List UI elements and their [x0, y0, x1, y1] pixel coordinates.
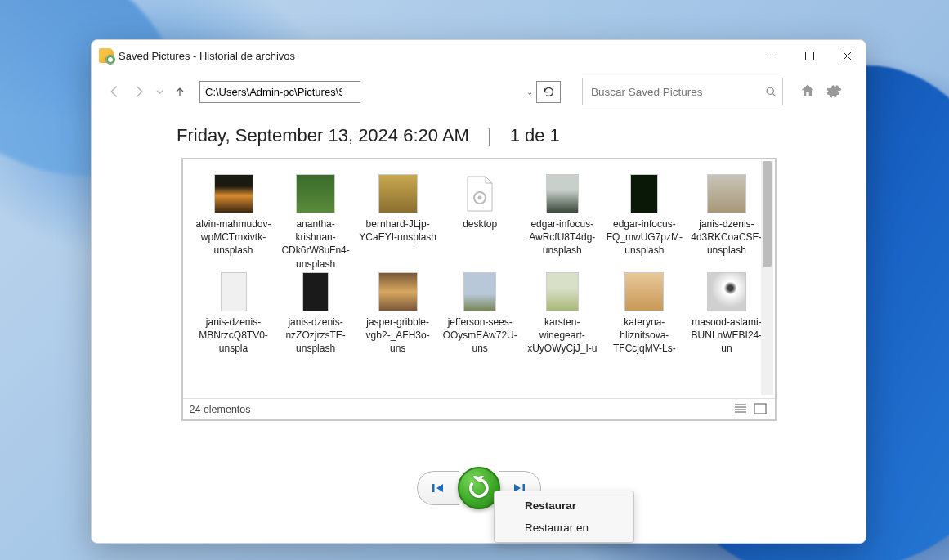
item-count: 24 elementos [190, 404, 251, 415]
file-thumbnail [707, 272, 746, 311]
file-item[interactable]: alvin-mahmudov-wpMCTmxivtk-unsplash [195, 174, 273, 271]
scrollbar-thumb[interactable] [763, 161, 772, 267]
close-button[interactable] [828, 43, 866, 69]
search-icon[interactable] [765, 86, 777, 98]
vertical-scrollbar[interactable] [761, 161, 773, 395]
app-icon [99, 48, 114, 63]
snapshot-datetime: Friday, September 13, 2024 6:20 AM [177, 125, 469, 146]
thumbnails-view-button[interactable] [754, 403, 768, 416]
file-name: jefferson-sees-OOysmEAw72U-uns [441, 316, 519, 356]
content-frame: alvin-mahmudov-wpMCTmxivtk-unsplashanant… [181, 158, 777, 421]
file-name: edgar-infocus-AwRcfU8T4dg-unsplash [523, 217, 602, 258]
home-icon[interactable] [799, 83, 817, 101]
file-grid: alvin-mahmudov-wpMCTmxivtk-unsplashanant… [183, 159, 775, 398]
address-bar[interactable] [199, 81, 360, 103]
file-name: edgar-infocus-FQ_mwUG7pzM-unsplash [605, 217, 683, 258]
minimize-button[interactable] [753, 43, 790, 69]
svg-rect-13 [432, 484, 435, 492]
file-name: bernhard-JLjp-YCaEYI-unsplash [359, 217, 437, 244]
file-name: janis-dzenis-4d3RKCoaCSE-unsplash [687, 217, 766, 258]
svg-rect-1 [805, 52, 813, 60]
file-item[interactable]: janis-dzenis-MBNrzcQ8TV0-unspla [195, 272, 273, 356]
file-thumbnail [546, 174, 579, 213]
details-view-button[interactable] [734, 403, 749, 416]
file-thumbnail [296, 174, 335, 213]
svg-point-7 [478, 196, 482, 200]
ctx-restore-to[interactable]: Restaurar en [495, 517, 633, 539]
file-item[interactable]: bernhard-JLjp-YCaEYI-unsplash [359, 174, 437, 271]
window-controls [753, 43, 866, 69]
file-item[interactable]: edgar-infocus-AwRcfU8T4dg-unsplash [523, 174, 602, 271]
address-bar-wrap: ⌄ [199, 81, 536, 103]
file-name: kateryna-hliznitsova-TFCcjqMV-Ls- [605, 316, 683, 356]
file-item[interactable]: kateryna-hliznitsova-TFCcjqMV-Ls- [605, 272, 683, 356]
navigation-footer [92, 421, 866, 543]
up-button[interactable] [170, 82, 190, 101]
file-thumbnail [221, 272, 247, 311]
svg-line-5 [772, 93, 776, 96]
file-item[interactable]: janis-dzenis-nzZOzjrzsTE-unsplash [276, 272, 355, 356]
ctx-restore[interactable]: Restaurar [495, 495, 633, 517]
back-button[interactable] [105, 82, 124, 101]
previous-version-button[interactable] [417, 471, 459, 505]
maximize-button[interactable] [790, 43, 828, 69]
file-item[interactable]: edgar-infocus-FQ_mwUG7pzM-unsplash [605, 174, 683, 271]
file-item[interactable]: desktop [441, 174, 519, 271]
file-thumbnail [546, 272, 579, 311]
file-item[interactable]: karsten-winegeart-xUyOWyCjJ_I-u [523, 272, 602, 356]
svg-point-4 [767, 87, 773, 94]
file-name: anantha-krishnan-CDk6rW8uFn4-unsplash [276, 217, 355, 271]
refresh-button[interactable] [536, 81, 561, 103]
forward-button[interactable] [129, 82, 149, 101]
file-thumbnail [302, 272, 329, 311]
file-name: karsten-winegeart-xUyOWyCjJ_I-u [523, 316, 602, 356]
file-item[interactable]: anantha-krishnan-CDk6rW8uFn4-unsplash [276, 174, 355, 271]
window-title: Saved Pictures - Historial de archivos [119, 50, 295, 62]
file-name: desktop [463, 217, 497, 231]
restore-context-menu: Restaurar Restaurar en [494, 491, 634, 543]
file-thumbnail [630, 174, 658, 213]
address-dropdown-icon: ⌄ [526, 87, 533, 96]
file-thumbnail [707, 174, 746, 213]
file-name: janis-dzenis-MBNrzcQ8TV0-unspla [195, 316, 273, 356]
file-thumbnail [378, 272, 418, 311]
svg-rect-12 [754, 404, 766, 414]
search-box[interactable] [582, 78, 783, 105]
header-separator: | [487, 125, 492, 146]
status-bar: 24 elementos [183, 398, 775, 419]
file-thumbnail [460, 174, 499, 213]
recent-dropdown[interactable] [154, 82, 165, 101]
toolbar: ⌄ [92, 71, 866, 117]
file-item[interactable]: jasper-gribble-vgb2-_AFH3o-uns [359, 272, 437, 356]
file-thumbnail [463, 272, 496, 311]
settings-gear-icon[interactable] [826, 83, 844, 101]
snapshot-header: Friday, September 13, 2024 6:20 AM | 1 d… [92, 117, 866, 158]
file-name: jasper-gribble-vgb2-_AFH3o-uns [359, 316, 437, 356]
snapshot-page-indicator: 1 de 1 [510, 125, 560, 146]
file-thumbnail [214, 174, 253, 213]
file-name: janis-dzenis-nzZOzjrzsTE-unsplash [276, 316, 355, 356]
file-history-window: Saved Pictures - Historial de archivos [91, 39, 866, 544]
file-name: alvin-mahmudov-wpMCTmxivtk-unsplash [195, 217, 273, 258]
search-input[interactable] [591, 86, 765, 98]
file-item[interactable]: jefferson-sees-OOysmEAw72U-uns [441, 272, 519, 356]
titlebar: Saved Pictures - Historial de archivos [92, 40, 866, 71]
file-item[interactable]: janis-dzenis-4d3RKCoaCSE-unsplash [687, 174, 766, 271]
file-item[interactable]: masood-aslami-BUNLnWEBI24-un [687, 272, 766, 356]
file-name: masood-aslami-BUNLnWEBI24-un [687, 316, 766, 356]
file-thumbnail [624, 272, 664, 311]
file-thumbnail [378, 174, 418, 213]
